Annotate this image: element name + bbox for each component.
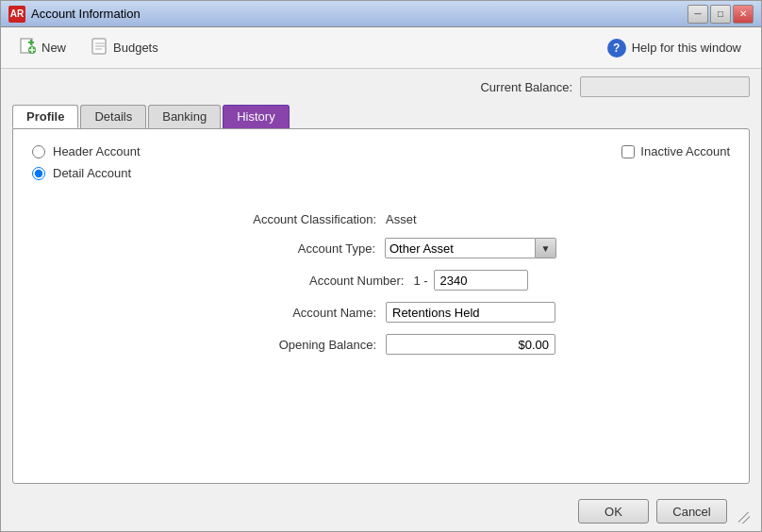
main-window: AR Account Information ─ □ ✕ New [0,0,762,532]
opening-balance-label: Opening Balance: [207,338,386,352]
new-button[interactable]: New [8,32,76,63]
opening-balance-row: Opening Balance: [32,334,730,355]
account-name-row: Account Name: [32,302,730,323]
account-name-label: Account Name: [207,306,386,320]
account-number-prefix: 1 - [413,274,427,288]
content-area: Current Balance: Profile Details Banking… [1,69,761,491]
maximize-button[interactable]: □ [710,5,731,24]
ok-button[interactable]: OK [578,499,649,524]
budgets-button[interactable]: Budgets [80,32,169,63]
help-label: Help for this window [632,41,741,55]
tabs-container: Profile Details Banking History [12,105,750,128]
account-classification-label: Account Classification: [207,212,386,226]
header-account-radio[interactable] [32,145,45,158]
app-icon: AR [8,6,25,23]
detail-account-label: Detail Account [53,166,131,180]
new-icon [19,37,38,58]
cancel-button[interactable]: Cancel [656,499,727,524]
header-account-option[interactable]: Header Account [32,144,141,158]
window-title: Account Information [31,7,687,21]
header-account-label: Header Account [53,144,141,158]
opening-balance-input[interactable] [386,334,555,355]
account-number-row: Account Number: 1 - [32,270,730,291]
current-balance-field [580,76,750,97]
account-number-label: Account Number: [234,274,413,288]
help-button[interactable]: ? Help for this window [595,34,754,62]
inactive-account-checkbox[interactable] [621,145,635,158]
tab-history[interactable]: History [223,105,289,128]
account-type-label: Account Type: [206,241,385,256]
account-number-input[interactable] [434,270,528,291]
account-name-input[interactable] [386,302,555,323]
account-type-dropdown-btn[interactable]: ▼ [536,238,556,258]
footer: OK Cancel [1,491,761,531]
budgets-icon [91,37,109,58]
tab-banking[interactable]: Banking [148,105,221,128]
detail-account-option[interactable]: Detail Account [32,166,141,180]
new-label: New [41,41,66,55]
account-number-input-group: 1 - [413,270,527,291]
budgets-label: Budgets [113,41,158,55]
tab-panel-profile: Header Account Detail Account Inactive A… [12,128,750,484]
minimize-button[interactable]: ─ [687,5,708,24]
balance-row: Current Balance: [12,76,750,97]
tab-profile[interactable]: Profile [12,105,78,128]
account-classification-value: Asset [386,212,555,226]
resize-handle[interactable] [738,512,750,524]
help-icon: ? [607,39,626,58]
title-bar: AR Account Information ─ □ ✕ [1,1,761,27]
account-type-radio-group: Header Account Detail Account [32,144,141,180]
account-type-select-wrapper: Other Asset Bank Credit Card Other Curre… [385,238,556,258]
tab-details[interactable]: Details [80,105,146,128]
toolbar: New Budgets ? Help for this window [1,27,761,69]
form-section: Account Classification: Asset Account Ty… [32,212,730,355]
close-button[interactable]: ✕ [733,5,754,24]
account-classification-row: Account Classification: Asset [32,212,730,226]
current-balance-label: Current Balance: [480,80,572,94]
inactive-account-label: Inactive Account [640,144,730,158]
account-type-row: Account Type: Other Asset Bank Credit Ca… [32,238,730,258]
detail-account-radio[interactable] [32,167,45,180]
account-type-select[interactable]: Other Asset Bank Credit Card Other Curre… [385,238,536,258]
inactive-account-section: Inactive Account [621,144,730,158]
window-controls: ─ □ ✕ [687,5,754,24]
